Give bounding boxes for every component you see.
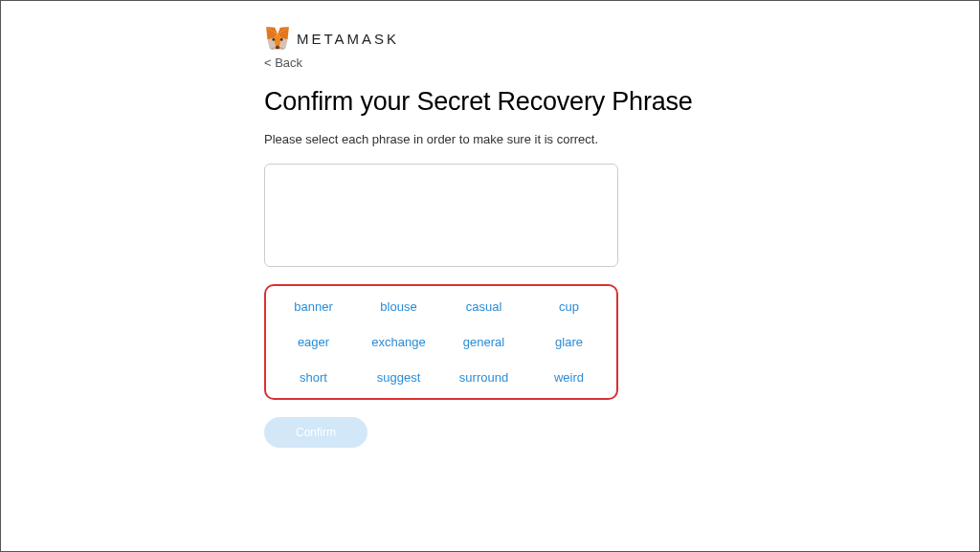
phrase-word[interactable]: surround [446, 370, 522, 385]
word-grid-highlight: banner blouse casual cup eager exchange … [264, 284, 618, 400]
phrase-word[interactable]: banner [276, 299, 351, 314]
phrase-word[interactable]: exchange [361, 335, 436, 349]
brand-header: METAMASK [264, 25, 743, 52]
word-grid: banner blouse casual cup eager exchange … [276, 299, 607, 385]
phrase-word[interactable]: cup [531, 299, 607, 314]
phrase-word[interactable]: weird [531, 370, 607, 385]
phrase-word[interactable]: general [446, 335, 522, 349]
confirm-button[interactable]: Confirm [264, 417, 368, 448]
phrase-word[interactable]: suggest [361, 370, 436, 385]
page-title: Confirm your Secret Recovery Phrase [264, 87, 743, 117]
phrase-word[interactable]: blouse [361, 299, 436, 314]
back-link[interactable]: < Back [264, 55, 302, 70]
phrase-word[interactable]: glare [531, 335, 607, 349]
phrase-word[interactable]: short [276, 370, 351, 385]
svg-point-10 [280, 38, 283, 41]
phrase-word[interactable]: casual [446, 299, 522, 314]
instruction-text: Please select each phrase in order to ma… [264, 132, 743, 146]
phrase-word[interactable]: eager [276, 335, 351, 349]
svg-point-9 [272, 38, 275, 41]
metamask-fox-icon [264, 25, 291, 52]
phrase-selection-box[interactable] [264, 164, 618, 267]
brand-text: METAMASK [297, 31, 399, 47]
